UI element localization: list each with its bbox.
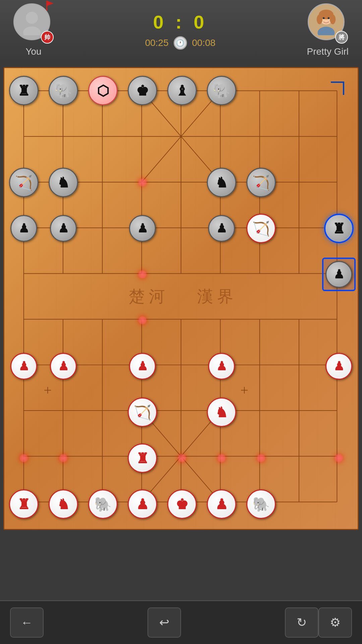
black-horse-3[interactable]: ♞: [49, 168, 78, 197]
flag-icon: [45, 1, 55, 12]
timer-left: 00:25: [145, 38, 169, 48]
move-dot-1[interactable]: [138, 178, 146, 186]
undo-button[interactable]: ↩: [147, 607, 181, 638]
score-sep: :: [167, 11, 194, 33]
move-dot-10[interactable]: [218, 454, 226, 462]
black-general[interactable]: ♚: [128, 76, 157, 105]
svg-rect-3: [46, 1, 47, 11]
settings-icon: ⚙: [330, 615, 341, 630]
red-advisor-1[interactable]: ♟: [128, 489, 157, 519]
player-opponent-badge: 將: [335, 31, 348, 44]
black-cannon-1[interactable]: 🏹: [9, 168, 39, 197]
bottom-toolbar: ← ↩ ↻ ⚙: [0, 600, 362, 644]
move-dot-3[interactable]: [138, 270, 146, 278]
red-pawn-2[interactable]: ♟: [50, 353, 77, 380]
player-you-avatar-container: 帅: [13, 3, 54, 44]
svg-point-1: [23, 26, 41, 35]
move-dot-9[interactable]: [178, 454, 186, 462]
red-pawn-5[interactable]: ♟: [325, 353, 352, 380]
player-you-name: You: [25, 46, 41, 57]
red-rook-adv[interactable]: ♜: [128, 443, 157, 473]
red-pawn-3[interactable]: ♟: [129, 353, 156, 380]
settings-button[interactable]: ⚙: [318, 607, 352, 638]
score-right: 0: [194, 11, 207, 33]
timer-area: 00:25 🕐 00:08: [145, 36, 216, 50]
move-dot-12[interactable]: [335, 454, 343, 462]
svg-point-9: [323, 17, 325, 19]
red-horse-1[interactable]: ♞: [49, 489, 78, 519]
player-you-badge: 帅: [41, 31, 54, 44]
black-advisor-1[interactable]: ⬡: [88, 76, 118, 105]
black-horse-4[interactable]: ♞: [207, 168, 236, 197]
svg-text:楚 河　　漢 界: 楚 河 漢 界: [129, 287, 233, 305]
redo-button[interactable]: ↻: [285, 607, 318, 638]
black-advisor-2[interactable]: ♝: [167, 76, 197, 105]
undo-icon: ↩: [159, 615, 169, 630]
svg-point-5: [317, 27, 335, 35]
black-pawn-1[interactable]: ♟: [10, 215, 37, 242]
move-dot-7[interactable]: [20, 454, 28, 462]
black-cannon-2[interactable]: 🏹: [246, 168, 276, 197]
svg-point-10: [327, 17, 329, 19]
black-pawn-5[interactable]: ♟: [325, 261, 352, 288]
red-cannon-1[interactable]: 🏹: [128, 397, 157, 427]
chess-board-container[interactable]: 楚 河 漢 界 ♜ 🐘: [3, 67, 359, 530]
red-pawn-1[interactable]: ♟: [10, 353, 37, 380]
clock-icon: 🕐: [174, 36, 187, 50]
score-left: 0: [153, 11, 167, 33]
red-elephant-2[interactable]: 🐘: [246, 489, 276, 519]
svg-point-0: [26, 12, 38, 24]
flag-svg: [45, 1, 55, 11]
black-rook-2[interactable]: ♜: [324, 214, 354, 243]
svg-marker-2: [47, 1, 54, 6]
black-horse-2[interactable]: 🐘: [207, 76, 236, 105]
red-cannon-adv[interactable]: 🏹: [246, 214, 276, 243]
move-dot-4[interactable]: [138, 316, 146, 324]
black-pawn-4[interactable]: ♟: [208, 215, 235, 242]
svg-point-8: [330, 14, 336, 24]
back-button[interactable]: ←: [10, 607, 44, 638]
black-horse-1[interactable]: 🐘: [49, 76, 78, 105]
player-opponent-area: 將 Pretty Girl: [307, 3, 349, 57]
red-pawn-4[interactable]: ♟: [208, 353, 235, 380]
score-display: 0 : 0: [153, 11, 207, 33]
board-corner-marker: [331, 82, 344, 95]
board-inner: 楚 河 漢 界 ♜ 🐘: [4, 68, 358, 529]
back-icon: ←: [21, 615, 33, 630]
timer-right: 00:08: [192, 38, 216, 48]
redo-icon: ↻: [297, 615, 307, 630]
black-pawn-2[interactable]: ♟: [50, 215, 77, 242]
player-opponent-avatar-icon: [313, 8, 340, 35]
red-horse-adv[interactable]: ♞: [207, 397, 236, 427]
player-you-area: 帅 You: [13, 3, 54, 57]
score-timer-area: 0 : 0 00:25 🕐 00:08: [145, 11, 216, 50]
move-dot-11[interactable]: [257, 454, 265, 462]
red-elephant-1[interactable]: 🐘: [88, 489, 118, 519]
red-rook-1[interactable]: ♜: [9, 489, 39, 519]
svg-point-7: [316, 14, 322, 24]
move-dot-8[interactable]: [59, 454, 67, 462]
player-you-avatar-icon: [18, 8, 45, 35]
player-opponent-name: Pretty Girl: [307, 46, 349, 57]
black-rook-1[interactable]: ♜: [9, 76, 39, 105]
player-opponent-avatar-container: 將: [308, 3, 348, 44]
red-general[interactable]: ♚: [167, 489, 197, 519]
black-pawn-3[interactable]: ♟: [129, 215, 156, 242]
game-header: 帅 You 0 : 0 00:25 🕐 00:08: [0, 0, 362, 60]
red-advisor-2[interactable]: ♟: [207, 489, 236, 519]
